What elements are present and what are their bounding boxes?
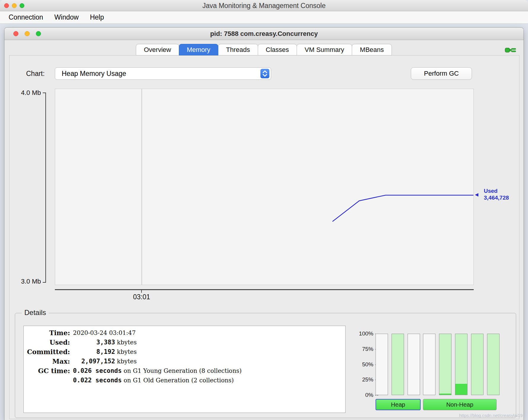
select-stepper-icon[interactable] <box>260 69 269 78</box>
window-title: Java Monitoring & Management Console <box>0 0 528 11</box>
zoom-button[interactable] <box>20 3 24 8</box>
details-row-label: Committed: <box>26 347 73 357</box>
tab-memory[interactable]: Memory <box>179 44 218 55</box>
memory-pool-bar-nonheap <box>471 334 484 395</box>
minimize-button[interactable] <box>12 3 17 8</box>
memory-pool-bar-nonheap <box>487 334 500 395</box>
tab-vm-summary[interactable]: VM Summary <box>297 44 352 55</box>
pool-axis-tick: 50%-- <box>350 361 379 368</box>
menu-item-connection[interactable]: Connection <box>3 13 49 21</box>
menu-item-window[interactable]: Window <box>49 13 84 21</box>
memory-pool-bar-nonheap <box>439 334 451 395</box>
macos-titlebar: Java Monitoring & Management Console <box>0 0 528 11</box>
close-button[interactable] <box>4 3 9 8</box>
pool-axis-tick: 75%-- <box>350 346 379 352</box>
details-row-value: 2,097,152 kbytes <box>73 357 242 366</box>
memory-pool-bar-nonheap <box>455 334 467 395</box>
pool-axis-tick: 25%-- <box>350 376 379 383</box>
tab-classes[interactable]: Classes <box>258 44 297 55</box>
tab-bar: OverviewMemoryThreadsClassesVM SummaryMB… <box>4 44 524 55</box>
perform-gc-button[interactable]: Perform GC <box>411 67 472 80</box>
used-label: Used 3,464,728 <box>484 187 509 201</box>
memory-pool-bar-heap <box>392 334 404 395</box>
heap-chart-svg <box>55 89 473 285</box>
app-close-button[interactable] <box>13 31 18 36</box>
details-row-label: Used: <box>26 338 73 347</box>
app-titlebar: pid: 7588 com.creasy.Concurrency <box>4 28 524 40</box>
tab-overview[interactable]: Overview <box>136 44 179 55</box>
details-row: GC time:0.026 seconds on G1 Young Genera… <box>26 366 242 376</box>
y-axis-label-max: 4.0 Mb <box>12 89 41 97</box>
details-table: Time:2020-03-24 03:01:47Used:3,383 kbyte… <box>26 328 242 385</box>
heap-usage-chart <box>55 89 474 285</box>
tab-threads[interactable]: Threads <box>218 44 258 55</box>
details-row-label: Max: <box>26 357 73 366</box>
x-tick <box>141 290 142 293</box>
details-group: Details Time:2020-03-24 03:01:47Used:3,3… <box>15 313 516 418</box>
menu-bar: ConnectionWindowHelp <box>0 11 528 24</box>
x-tick-label: 03:01 <box>124 293 159 301</box>
y-axis-label-min: 3.0 Mb <box>12 277 41 286</box>
pool-axis-tick: 100%-- <box>350 330 379 337</box>
details-row-value: 3,383 kbytes <box>73 338 242 347</box>
used-series-name: Used <box>484 187 509 194</box>
memory-pool-bar-nonheap <box>423 334 435 395</box>
app-window-title: pid: 7588 com.creasy.Concurrency <box>4 28 524 40</box>
menu-item-help[interactable]: Help <box>84 13 109 21</box>
app-minimize-button[interactable] <box>25 31 30 36</box>
non-heap-button[interactable]: Non-Heap <box>423 399 497 410</box>
used-marker-icon: ◀ <box>475 192 478 197</box>
details-row: Max:2,097,152 kbytes <box>26 357 242 366</box>
details-row-value: 8,192 kbytes <box>73 347 242 357</box>
details-row: Used:3,383 kbytes <box>26 338 242 347</box>
watermark: https://blog.csdn.net/creasylai19 <box>459 413 523 418</box>
details-row-value: 2020-03-24 03:01:47 <box>73 328 242 338</box>
y-axis <box>43 93 46 282</box>
details-row-value: 0.026 seconds on G1 Young Generation (8 … <box>73 366 242 376</box>
chart-label: Chart: <box>26 70 45 78</box>
memory-tab-panel: Chart: Heap Memory Usage Perform GC 4.0 … <box>9 55 519 419</box>
details-row: Committed:8,192 kbytes <box>26 347 242 357</box>
memory-pool-bar-heap <box>376 334 388 395</box>
pool-axis-tick: 0%-- <box>350 392 379 398</box>
chart-type-value: Heap Memory Usage <box>62 68 126 79</box>
app-zoom-button[interactable] <box>36 31 41 36</box>
x-axis <box>55 289 474 290</box>
pool-chart: 100%--75%--50%--25%--0%--HeapNon-Heap <box>350 326 518 413</box>
used-series-value: 3,464,728 <box>484 194 509 201</box>
details-row: 0.022 seconds on G1 Old Generation (2 co… <box>26 376 242 385</box>
details-legend: Details <box>22 308 49 317</box>
details-row-label: GC time: <box>26 366 73 376</box>
app-window: pid: 7588 com.creasy.Concurrency Overvie… <box>4 27 524 420</box>
details-row: Time:2020-03-24 03:01:47 <box>26 328 242 338</box>
details-box: Time:2020-03-24 03:01:47Used:3,383 kbyte… <box>23 326 346 413</box>
details-row-value: 0.022 seconds on G1 Old Generation (2 co… <box>73 376 242 385</box>
details-row-label <box>26 376 73 385</box>
heap-button[interactable]: Heap <box>376 399 421 410</box>
details-row-label: Time: <box>26 328 73 338</box>
memory-pool-bar-heap <box>408 334 420 395</box>
chart-type-select[interactable]: Heap Memory Usage <box>55 67 271 80</box>
tab-mbeans[interactable]: MBeans <box>352 44 392 55</box>
